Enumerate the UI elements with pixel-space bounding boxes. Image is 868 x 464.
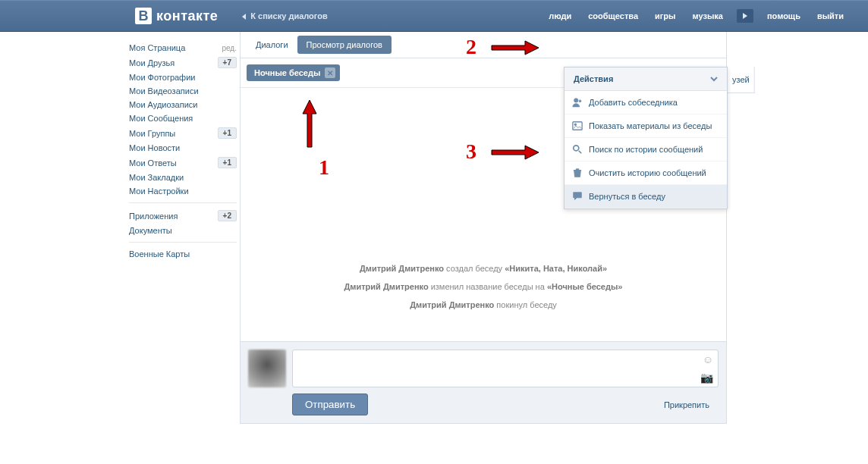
logo-icon[interactable]: В [135, 8, 152, 24]
nav-games[interactable]: игры [647, 7, 683, 25]
sidebar-label: Мои Сообщения [129, 114, 193, 123]
dropdown-item-label: Очистить историю сообщений [589, 168, 706, 177]
attach-link[interactable]: Прикрепить [664, 400, 719, 409]
trash-icon [572, 168, 583, 178]
user-avatar [248, 350, 286, 387]
chip-label: Ночные беседы [254, 68, 320, 77]
conversation-chip[interactable]: Ночные беседы ✕ [247, 64, 340, 81]
sidebar-item-cards[interactable]: Военные Карты [126, 247, 240, 261]
chat-icon [572, 191, 583, 202]
sidebar-label: Мои Аудиозаписи [129, 100, 197, 109]
sidebar-edit[interactable]: ред. [222, 44, 237, 52]
dropdown-title: Действия [574, 74, 613, 83]
sidebar-label: Мои Видеозаписи [129, 86, 199, 96]
dropdown-item-label: Поиск по истории сообщений [589, 145, 703, 154]
sidebar-item-my-messages[interactable]: Мои Сообщения [126, 111, 240, 125]
dropdown-return-to-chat[interactable]: Вернуться в беседу [565, 185, 727, 208]
tabs-row: Диалоги Просмотр диалогов [241, 32, 726, 58]
sidebar-label: Моя Страница [129, 43, 185, 52]
sidebar-label: Документы [129, 226, 172, 235]
message-input[interactable]: ☺ 📷 [292, 350, 719, 387]
sidebar-divider [129, 242, 237, 243]
dropdown-header[interactable]: Действия [565, 67, 727, 91]
image-icon [572, 121, 583, 131]
system-messages: Дмитрий Дмитренко создал беседу «Никита,… [241, 209, 726, 341]
chip-close-icon[interactable]: ✕ [325, 67, 335, 78]
sidebar-item-my-news[interactable]: Мои Новости [126, 141, 240, 155]
play-icon[interactable] [737, 9, 753, 23]
sidebar-item-my-photos[interactable]: Мои Фотографии [126, 71, 240, 84]
top-nav: люди сообщества игры музыка помощь выйти [541, 7, 868, 25]
user-plus-icon [572, 97, 583, 108]
dropdown-item-label: Вернуться в беседу [589, 192, 665, 201]
brand-name[interactable]: контакте [156, 8, 218, 24]
sidebar-item-my-videos[interactable]: Мои Видеозаписи [126, 84, 240, 98]
nav-exit[interactable]: выйти [810, 7, 851, 25]
sidebar-item-docs[interactable]: Документы [126, 224, 240, 237]
app-header: В контакте К списку диалогов люди сообще… [0, 0, 868, 32]
nav-help[interactable]: помощь [760, 7, 808, 25]
svg-rect-1 [573, 122, 582, 130]
msg-left: Дмитрий Дмитренко покинул беседу [256, 300, 711, 309]
nav-people[interactable]: люди [541, 7, 579, 25]
dropdown-item-label: Показать материалы из беседы [589, 121, 712, 130]
svg-point-0 [574, 99, 578, 102]
compose-area: ☺ 📷 Отправить Прикрепить [241, 341, 726, 423]
dropdown-add-member[interactable]: Добавить собеседника [565, 91, 727, 114]
sidebar-count: +7 [218, 57, 237, 68]
sidebar-label: Мои Закладки [129, 173, 184, 182]
tab-dialogs[interactable]: Диалоги [247, 36, 297, 54]
sidebar-item-my-answers[interactable]: Мои Ответы+1 [126, 155, 240, 171]
sidebar-label: Приложения [129, 212, 178, 221]
sidebar-divider [129, 202, 237, 203]
sidebar-label: Мои Фотографии [129, 73, 195, 82]
sidebar-label: Мои Группы [129, 129, 175, 138]
chevron-down-icon [710, 75, 718, 83]
back-to-dialogs[interactable]: К списку диалогов [236, 11, 333, 20]
dropdown-clear-history[interactable]: Очистить историю сообщений [565, 161, 727, 185]
send-button[interactable]: Отправить [292, 393, 368, 415]
left-sidebar: Моя Страницаред. Мои Друзья+7 Мои Фотогр… [126, 32, 240, 424]
tab-view-dialogs[interactable]: Просмотр диалогов [297, 36, 392, 54]
tab-right-cut: узей [728, 67, 755, 93]
svg-point-3 [574, 146, 579, 151]
dropdown-search-history[interactable]: Поиск по истории сообщений [565, 138, 727, 161]
camera-icon[interactable]: 📷 [700, 372, 713, 384]
main-panel: Диалоги Просмотр диалогов Ночные беседы … [240, 32, 727, 424]
sidebar-item-my-page[interactable]: Моя Страницаред. [126, 41, 240, 55]
sidebar-label: Мои Ответы [129, 158, 177, 168]
sidebar-item-my-groups[interactable]: Мои Группы+1 [126, 125, 240, 141]
sidebar-label: Мои Настройки [129, 187, 189, 196]
sidebar-item-my-settings[interactable]: Мои Настройки [126, 184, 240, 198]
msg-created: Дмитрий Дмитренко создал беседу «Никита,… [256, 264, 711, 273]
sidebar-label: Мои Друзья [129, 58, 175, 67]
sidebar-item-my-friends[interactable]: Мои Друзья+7 [126, 55, 240, 71]
nav-music[interactable]: музыка [684, 7, 730, 25]
sidebar-label: Военные Карты [129, 249, 190, 259]
sidebar-count: +1 [218, 127, 237, 139]
sidebar-item-my-audio[interactable]: Мои Аудиозаписи [126, 98, 240, 111]
nav-communities[interactable]: сообщества [580, 7, 646, 25]
svg-point-2 [574, 124, 577, 126]
emoji-icon[interactable]: ☺ [703, 353, 713, 365]
msg-renamed: Дмитрий Дмитренко изменил название бесед… [256, 282, 711, 291]
sidebar-item-apps[interactable]: Приложения+2 [126, 208, 240, 224]
dropdown-item-label: Добавить собеседника [589, 98, 678, 107]
search-icon [572, 144, 583, 155]
dropdown-show-media[interactable]: Показать материалы из беседы [565, 114, 727, 138]
sidebar-item-my-bookmarks[interactable]: Мои Закладки [126, 171, 240, 184]
sidebar-count: +1 [218, 157, 237, 168]
actions-dropdown: Действия Добавить собеседника Показать м… [564, 67, 728, 209]
sidebar-count: +2 [218, 210, 237, 221]
sidebar-label: Мои Новости [129, 143, 180, 152]
